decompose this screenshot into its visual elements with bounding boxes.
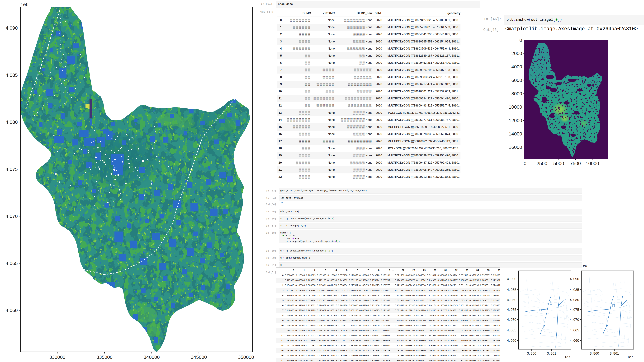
svg-text:3. 860: 3. 860 — [590, 352, 599, 356]
svg-text:340000: 340000 — [144, 355, 160, 360]
svg-text:8000: 8000 — [511, 91, 522, 96]
svg-text:335000: 335000 — [96, 355, 112, 360]
svg-text:4. 080: 4. 080 — [507, 298, 516, 302]
svg-text:2000: 2000 — [511, 51, 522, 56]
svg-text:4. 085: 4. 085 — [507, 288, 516, 292]
svg-text:350000: 350000 — [238, 355, 254, 360]
svg-text:4.075: 4.075 — [6, 167, 18, 172]
svg-text:4. 070: 4. 070 — [507, 318, 516, 322]
svg-text:4. 060: 4. 060 — [570, 339, 579, 343]
svg-text:7500: 7500 — [570, 161, 581, 166]
svg-text:0: 0 — [520, 37, 522, 43]
svg-text:0: 0 — [524, 161, 526, 166]
svg-text:4.080: 4.080 — [6, 119, 18, 125]
svg-text:345000: 345000 — [191, 355, 207, 360]
svg-text:12000: 12000 — [509, 118, 522, 123]
svg-text:4. 085: 4. 085 — [570, 288, 579, 292]
svg-text:4. 090: 4. 090 — [570, 277, 579, 281]
svg-text:4.085: 4.085 — [6, 72, 18, 78]
svg-text:5000: 5000 — [553, 161, 564, 166]
svg-text:14000: 14000 — [509, 131, 522, 136]
svg-text:3. 861: 3. 861 — [610, 352, 619, 356]
svg-text:4. 065: 4. 065 — [507, 328, 516, 332]
svg-text:4.090: 4.090 — [6, 25, 18, 30]
svg-text:4. 075: 4. 075 — [570, 308, 579, 312]
svg-text:4. 090: 4. 090 — [507, 277, 516, 281]
svg-text:1e7: 1e7 — [627, 355, 633, 359]
svg-text:4.060: 4.060 — [6, 308, 18, 313]
svg-text:1e6: 1e6 — [20, 2, 28, 7]
svg-text:330000: 330000 — [49, 355, 65, 360]
svg-text:10000: 10000 — [509, 104, 522, 110]
svg-text:2500: 2500 — [536, 161, 548, 166]
svg-text:6000: 6000 — [511, 77, 522, 83]
svg-text:3. 861: 3. 861 — [547, 352, 556, 356]
svg-text:4. 080: 4. 080 — [570, 298, 579, 302]
svg-text:4.065: 4.065 — [6, 261, 18, 266]
svg-text:3. 860: 3. 860 — [527, 352, 536, 356]
svg-text:4. 075: 4. 075 — [507, 308, 516, 312]
svg-text:4000: 4000 — [511, 64, 522, 69]
svg-text:10000: 10000 — [586, 161, 599, 166]
svg-text:4.070: 4.070 — [6, 214, 18, 219]
svg-text:4. 060: 4. 060 — [507, 339, 516, 343]
svg-text:16000: 16000 — [509, 144, 522, 150]
svg-text:4. 070: 4. 070 — [570, 318, 579, 322]
svg-text:4. 065: 4. 065 — [570, 328, 579, 332]
svg-text:1e7: 1e7 — [564, 355, 570, 359]
